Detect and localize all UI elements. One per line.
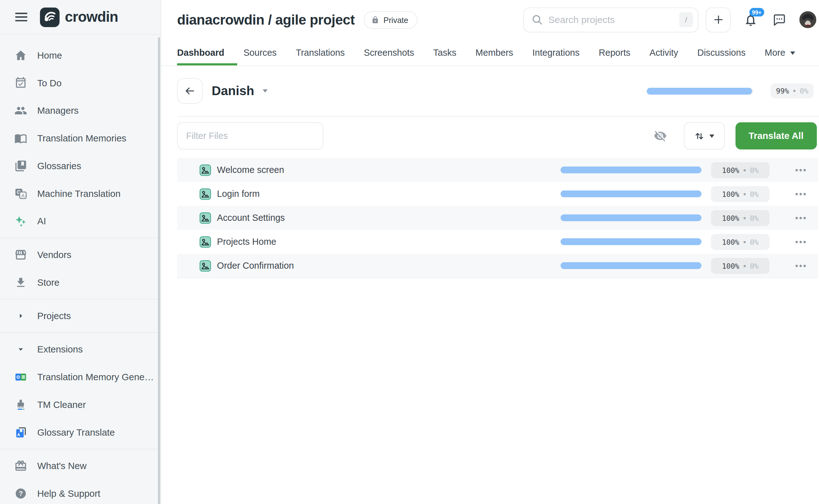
file-name[interactable]: Account Settings xyxy=(217,212,285,223)
notifications-button[interactable]: 99+ xyxy=(743,13,759,27)
image-file-icon xyxy=(199,164,211,176)
sidebar-item-label: Help & Support xyxy=(37,488,100,499)
sparkles-icon xyxy=(14,215,27,228)
crowdin-logo-icon xyxy=(40,7,60,27)
search-icon xyxy=(531,14,543,26)
translated-percent: 100% xyxy=(722,166,739,174)
approved-percent: 0% xyxy=(750,214,759,222)
file-menu-button[interactable] xyxy=(795,240,806,243)
language-progress-bar xyxy=(647,88,753,95)
file-menu-button[interactable] xyxy=(795,264,806,267)
tm-generator-icon xyxy=(14,371,27,384)
sidebar-item-machine-translation[interactable]: GA Machine Translation xyxy=(0,180,161,208)
filter-files-input[interactable] xyxy=(177,122,323,149)
tab-integrations[interactable]: Integrations xyxy=(532,39,580,66)
tab-discussions[interactable]: Discussions xyxy=(697,39,746,66)
file-menu-button[interactable] xyxy=(795,192,806,195)
file-name[interactable]: Order Confirmation xyxy=(217,260,294,271)
file-progress-badge: 100% • 0% xyxy=(711,234,770,250)
tab-dashboard[interactable]: Dashboard xyxy=(177,39,224,66)
sidebar-item-tm-generator[interactable]: Translation Memory Gene… xyxy=(0,363,161,391)
percent-separator: • xyxy=(742,214,747,222)
sidebar-item-tm-cleaner[interactable]: TM Cleaner xyxy=(0,391,161,419)
language-dropdown-caret[interactable] xyxy=(262,89,268,93)
sidebar-header: crowdin xyxy=(0,0,161,35)
sidebar-divider xyxy=(0,332,161,333)
file-progress-bar xyxy=(560,238,701,245)
sidebar-item-managers[interactable]: Managers xyxy=(0,97,161,124)
hamburger-menu-button[interactable] xyxy=(13,9,29,25)
file-row[interactable]: Projects Home 100% • 0% xyxy=(177,230,818,254)
approved-percent: 0% xyxy=(750,166,759,174)
file-row[interactable]: Login form 100% • 0% xyxy=(177,182,818,206)
language-progress-badge: 99% • 0% xyxy=(771,83,814,98)
tab-sources[interactable]: Sources xyxy=(243,39,277,66)
open-book-icon xyxy=(14,132,27,145)
translated-percent: 100% xyxy=(722,190,739,198)
sidebar-item-label: Projects xyxy=(37,310,71,321)
file-name[interactable]: Projects Home xyxy=(217,236,276,247)
sidebar-item-label: Extensions xyxy=(37,344,83,355)
people-icon xyxy=(14,104,27,117)
translated-percent: 100% xyxy=(722,261,739,270)
page-title: dianacrowdin / agile project xyxy=(177,11,355,28)
file-progress-fill xyxy=(560,166,701,173)
tab-activity[interactable]: Activity xyxy=(650,39,678,66)
language-name[interactable]: Danish xyxy=(212,83,254,98)
search-box[interactable]: / xyxy=(523,7,698,32)
sidebar-item-help-support[interactable]: ? Help & Support xyxy=(0,480,161,504)
translated-percent: 100% xyxy=(722,214,739,222)
tab-more-label: More xyxy=(765,48,785,58)
sidebar-item-vendors[interactable]: Vendors xyxy=(0,241,161,269)
sidebar-item-label: Home xyxy=(37,50,62,61)
approved-percent: 0% xyxy=(800,87,808,95)
image-file-icon xyxy=(199,188,211,200)
sidebar-item-store[interactable]: Store xyxy=(0,269,161,296)
create-project-button[interactable] xyxy=(706,7,730,32)
sidebar-item-glossary-translate[interactable]: Glossary Translate xyxy=(0,419,161,446)
hide-completed-button[interactable] xyxy=(653,129,667,142)
file-name[interactable]: Login form xyxy=(217,189,260,199)
file-progress-badge: 100% • 0% xyxy=(711,258,770,274)
file-row[interactable]: Order Confirmation 100% • 0% xyxy=(177,254,818,278)
crowdin-logo[interactable]: crowdin xyxy=(40,7,118,27)
sidebar-item-translation-memories[interactable]: Translation Memories xyxy=(0,124,161,152)
back-button[interactable] xyxy=(177,78,203,104)
tab-members[interactable]: Members xyxy=(476,39,513,66)
file-progress-bar xyxy=(560,190,701,197)
ellipsis-icon xyxy=(795,240,806,243)
image-file-icon xyxy=(199,212,211,224)
sidebar-scrollbar[interactable] xyxy=(158,37,160,504)
file-menu-button[interactable] xyxy=(795,168,806,171)
tab-more[interactable]: More xyxy=(765,39,795,66)
tab-reports[interactable]: Reports xyxy=(599,39,631,66)
topbar-actions: / 99+ xyxy=(523,7,816,32)
file-progress-fill xyxy=(560,238,701,245)
sort-button[interactable] xyxy=(684,122,725,149)
file-row[interactable]: Welcome screen 100% • 0% xyxy=(177,158,818,182)
file-name[interactable]: Welcome screen xyxy=(217,165,284,175)
tab-tasks[interactable]: Tasks xyxy=(433,39,456,66)
file-toolbar: Translate All xyxy=(177,122,817,149)
user-avatar[interactable] xyxy=(799,11,816,28)
search-input[interactable] xyxy=(548,14,674,25)
sidebar-item-glossaries[interactable]: Glossaries xyxy=(0,152,161,180)
ellipsis-icon xyxy=(795,168,806,171)
tab-translations[interactable]: Translations xyxy=(296,39,345,66)
tab-screenshots[interactable]: Screenshots xyxy=(364,39,414,66)
sidebar-item-todo[interactable]: To Do xyxy=(0,69,161,97)
language-progress-fill xyxy=(647,88,752,95)
sidebar-item-projects[interactable]: Projects xyxy=(0,302,161,330)
percent-separator: • xyxy=(742,166,747,174)
sidebar-item-extensions[interactable]: Extensions xyxy=(0,335,161,363)
translate-all-button[interactable]: Translate All xyxy=(735,122,817,149)
sidebar-item-home[interactable]: Home xyxy=(0,42,161,69)
file-row[interactable]: Account Settings 100% • 0% xyxy=(177,206,818,230)
messages-button[interactable] xyxy=(773,13,786,26)
chevron-down-icon xyxy=(14,345,27,354)
hamburger-icon xyxy=(13,9,29,25)
file-menu-button[interactable] xyxy=(795,216,806,219)
sidebar-item-whats-new[interactable]: What's New xyxy=(0,452,161,480)
help-icon: ? xyxy=(14,487,27,500)
sidebar-item-ai[interactable]: AI xyxy=(0,207,161,235)
